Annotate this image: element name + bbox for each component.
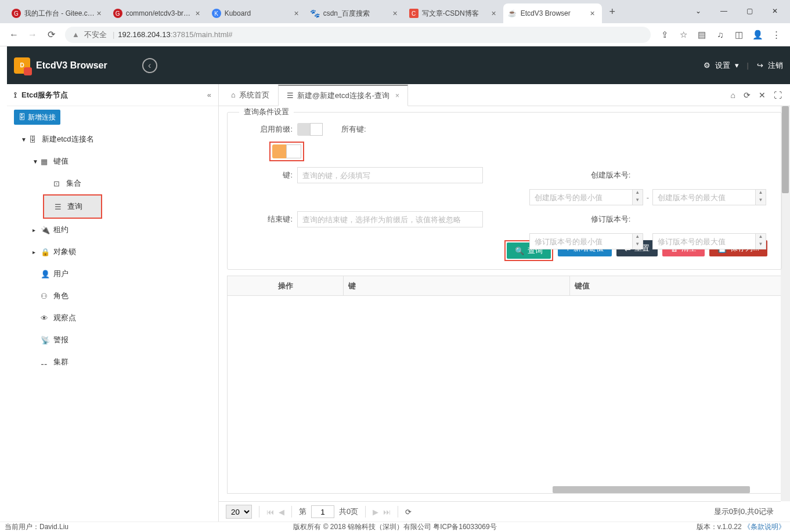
forward-button[interactable]: → [23, 26, 42, 44]
close-tab-icon[interactable]: × [395, 92, 399, 100]
browser-tab-1[interactable]: Gcommon/etcdv3-br…× [109, 3, 207, 23]
add-connection-button[interactable]: 🗄 新增连接 [14, 110, 60, 125]
tab-query[interactable]: ☰新建@新建etcd连接名-查询× [278, 85, 408, 106]
fullscreen-icon[interactable]: ⛶ [774, 91, 782, 100]
menu-icon[interactable]: ⋮ [767, 30, 785, 40]
next-page-icon[interactable]: ▶ [373, 508, 378, 516]
tree-cluster[interactable]: ⚋集群 [7, 351, 218, 373]
maximize-icon[interactable]: ▢ [737, 7, 762, 15]
star-icon[interactable]: ☆ [674, 30, 692, 40]
music-icon[interactable]: ♫ [711, 30, 730, 39]
spin-up-icon[interactable]: ▲ [755, 234, 766, 241]
nodes-icon: ⟟ [14, 91, 17, 100]
back-button[interactable]: ← [5, 26, 23, 44]
logout-link[interactable]: 注销 [768, 60, 783, 71]
reload-page-icon[interactable]: ⟳ [405, 508, 412, 516]
page-prefix: 第 [299, 506, 306, 517]
end-key-input[interactable] [297, 211, 483, 227]
url-input[interactable]: ▲ 不安全 | 192.168.204.13:37815/main.html# [65, 27, 651, 43]
collection-icon: ⊡ [53, 179, 66, 188]
enable-prefix-toggle[interactable] [297, 123, 323, 136]
close-all-icon[interactable]: ✕ [759, 91, 766, 100]
favicon: G [113, 9, 122, 18]
address-bar: ← → ⟳ ▲ 不安全 | 192.168.204.13:37815/main.… [0, 23, 790, 46]
page-input[interactable] [311, 505, 334, 518]
tree-connection[interactable]: ▼🗄新建etcd连接名 [7, 128, 218, 150]
close-icon[interactable]: × [391, 9, 400, 18]
all-keys-toggle[interactable] [272, 144, 301, 158]
first-page-icon[interactable]: ⏮ [266, 508, 274, 516]
col-value: 键值 [570, 276, 781, 295]
spin-down-icon[interactable]: ▼ [755, 241, 766, 249]
browser-tab-4[interactable]: C写文章-CSDN博客× [405, 3, 503, 23]
refresh-icon[interactable]: ⟳ [744, 91, 751, 100]
spin-down-icon[interactable]: ▼ [632, 197, 643, 205]
key-input[interactable] [297, 167, 483, 183]
close-icon[interactable]: × [489, 9, 499, 18]
extension-icon[interactable]: ◫ [730, 30, 748, 40]
sidebar-title: Etcd服务节点 [21, 90, 68, 100]
spin-up-icon[interactable]: ▲ [755, 190, 766, 197]
end-key-label: 结束键: [236, 214, 297, 225]
spin-up-icon[interactable]: ▲ [632, 190, 643, 197]
spin-down-icon[interactable]: ▼ [755, 197, 766, 205]
settings-link[interactable]: 设置 [715, 60, 730, 71]
browser-tab-5[interactable]: ☕EtcdV3 Browser× [503, 3, 602, 23]
last-page-icon[interactable]: ⏭ [383, 508, 391, 516]
share-icon[interactable]: ⇪ [655, 30, 674, 40]
tree-role[interactable]: ⚇角色 [7, 285, 218, 307]
tree-lock[interactable]: ▸🔒对象锁 [7, 241, 218, 263]
browser-tab-0[interactable]: G我的工作台 - Gitee.c…× [7, 3, 109, 23]
scrollbar-thumb[interactable] [782, 106, 789, 193]
close-icon[interactable]: × [588, 9, 597, 18]
horizontal-scrollbar[interactable] [553, 486, 750, 493]
app-logo-icon: D [14, 57, 30, 74]
spin-up-icon[interactable]: ▲ [632, 234, 643, 241]
enable-prefix-label: 启用前缀: [236, 124, 297, 135]
browser-tabs: G我的工作台 - Gitee.c…× Gcommon/etcdv3-br…× K… [0, 3, 686, 23]
col-key: 键 [344, 276, 570, 295]
close-icon[interactable]: × [193, 9, 203, 18]
browser-actions: ⇪ ☆ ▤ ♫ ◫ 👤 ⋮ [655, 30, 785, 40]
scrollbar-track[interactable] [781, 106, 790, 501]
new-tab-button[interactable]: + [604, 3, 621, 20]
tree-alarm[interactable]: 📡警报 [7, 329, 218, 351]
browser-tab-3[interactable]: 🐾csdn_百度搜索× [306, 3, 405, 23]
reading-list-icon[interactable]: ▤ [692, 30, 711, 40]
tab-title: 我的工作台 - Gitee.c… [24, 9, 95, 19]
reload-button[interactable]: ⟳ [42, 26, 60, 44]
tree-collection[interactable]: ⊡集合 [7, 172, 218, 194]
tree-query[interactable]: ☰查询 [44, 196, 101, 218]
profile-icon[interactable]: 👤 [748, 30, 767, 40]
create-rev-max-input[interactable] [652, 189, 766, 205]
pager: 20 ⏮ ◀ 第 共0页 ▶ ⏭ ⟳ 显示0到0,共0记录 [219, 501, 781, 522]
tab-home[interactable]: ⌂系统首页 [222, 84, 278, 106]
url-path: /main.html# [193, 30, 232, 39]
spin-down-icon[interactable]: ▼ [632, 241, 643, 249]
mod-rev-max-input[interactable] [652, 233, 766, 249]
collapse-sidebar-button[interactable]: ‹ [142, 58, 157, 73]
page-size-select[interactable]: 20 [226, 505, 252, 519]
fieldset-legend: 查询条件设置 [239, 107, 294, 117]
logout-icon: ↪ [757, 61, 763, 70]
tree-kv[interactable]: ▼▦键值 [7, 150, 218, 172]
chevron-down-icon[interactable]: ⌄ [686, 7, 711, 15]
tree-lease[interactable]: ▸🔌租约 [7, 219, 218, 241]
home-icon[interactable]: ⌂ [731, 91, 735, 100]
prev-page-icon[interactable]: ◀ [279, 508, 284, 516]
terms-link[interactable]: 《条款说明》 [744, 523, 785, 531]
tree-watch[interactable]: 👁观察点 [7, 307, 218, 329]
close-window-icon[interactable]: ✕ [762, 7, 788, 15]
favicon: G [12, 9, 21, 18]
close-icon[interactable]: × [292, 9, 301, 18]
collapse-tree-icon[interactable]: « [207, 91, 211, 99]
tree-user[interactable]: 👤用户 [7, 263, 218, 285]
create-rev-min-input[interactable] [529, 189, 643, 205]
close-icon[interactable]: × [95, 9, 104, 18]
minimize-icon[interactable]: — [711, 7, 737, 15]
results-table: 操作 键 键值 [227, 276, 782, 494]
table-header: 操作 键 键值 [228, 276, 781, 296]
chevron-down-icon[interactable]: ▾ [735, 61, 739, 70]
browser-tab-2[interactable]: KKuboard× [207, 3, 306, 23]
mod-rev-min-input[interactable] [529, 233, 643, 249]
